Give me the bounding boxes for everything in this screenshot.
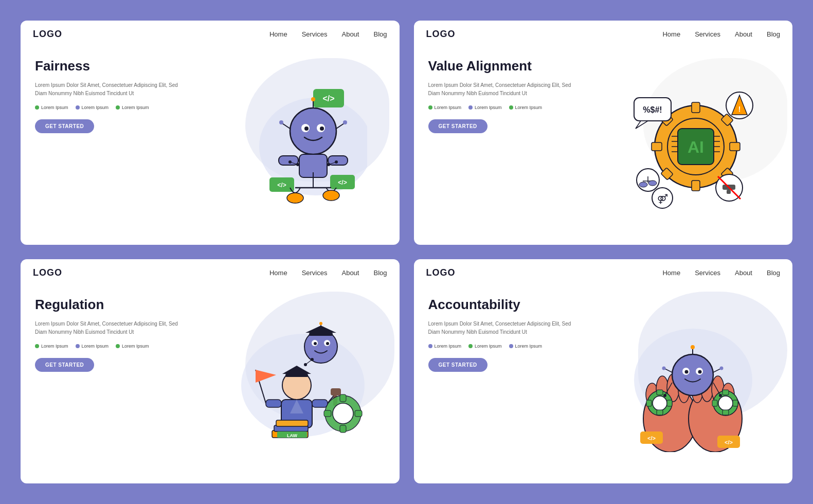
svg-marker-53 [636,121,648,129]
bullet-row-regulation: Lorem Ipsum Lorem Ipsum Lorem Ipsum [35,344,181,349]
card-accountability: LOGO Home Services About Blog Accountabi… [414,259,793,483]
svg-rect-136 [712,400,717,406]
svg-point-73 [326,342,329,345]
cta-regulation[interactable]: GET STARTED [35,358,94,372]
nav-links-fairness: Home Services About Blog [269,30,387,38]
card-value-alignment: LOGO Home Services About Blog Value Alig… [414,21,793,245]
card-desc-value: Lorem Ipsum Dolor Sit Amet, Consectetuer… [428,81,574,98]
nav-home-1[interactable]: Home [269,30,287,38]
logo-regulation: LOGO [33,267,62,278]
svg-point-141 [719,394,722,397]
svg-point-24 [323,190,339,201]
bullet-dot-v3 [509,105,513,110]
svg-rect-129 [657,410,663,415]
svg-rect-36 [730,142,740,151]
svg-rect-130 [646,400,652,406]
svg-rect-86 [312,400,328,407]
nav-home-3[interactable]: Home [269,269,287,277]
svg-rect-92 [276,420,308,426]
bullet-label-a3: Lorem Ipsum [515,344,543,349]
bullet-dot-r1 [35,344,39,348]
svg-point-61 [648,181,657,186]
card-title-regulation: Regulation [35,297,181,313]
bullet-1-fairness: Lorem Ipsum [35,105,68,110]
svg-text:%$#!: %$#! [643,105,662,114]
bullet-1-accountability: Lorem Ipsum [428,344,462,349]
bullet-dot-2 [76,105,80,110]
bullet-label-r2: Lorem Ipsum [82,344,109,349]
svg-rect-99 [324,410,331,417]
nav-blog-3[interactable]: Blog [373,269,387,277]
bullet-label-2: Lorem Ipsum [82,105,109,110]
svg-point-3 [290,108,336,154]
bullet-dot-v2 [468,105,473,110]
svg-rect-76 [309,333,333,336]
illustration-fairness: </> [191,48,399,245]
nav-about-3[interactable]: About [341,269,359,277]
card-regulation: LOGO Home Services About Blog Regulation… [21,259,400,483]
bullet-3-regulation: Lorem Ipsum [116,344,149,349]
svg-point-60 [639,182,647,187]
bullet-3-accountability: Lorem Ipsum [509,344,543,349]
bullet-label-a2: Lorem Ipsum [475,344,502,349]
nav-home-2[interactable]: Home [662,30,680,38]
cta-fairness[interactable]: GET STARTED [35,119,94,133]
card-desc-fairness: Lorem Ipsum Dolor Sit Amet, Consectetuer… [35,81,181,98]
bullet-label-a1: Lorem Ipsum [435,344,462,349]
card-body-value: Value Alignment Lorem Ipsum Dolor Sit Am… [414,48,793,245]
svg-rect-88 [331,388,341,395]
cta-accountability[interactable]: GET STARTED [428,358,487,372]
nav-about-1[interactable]: About [341,30,359,38]
svg-point-103 [311,358,314,361]
svg-text:</>: </> [338,179,347,186]
navbar-regulation: LOGO Home Services About Blog [21,259,400,286]
cta-value[interactable]: GET STARTED [428,119,487,133]
svg-rect-97 [340,394,346,402]
svg-rect-128 [657,390,663,395]
bullet-dot-a3 [509,344,513,348]
card-title-value: Value Alignment [428,58,574,74]
bullet-label-r3: Lorem Ipsum [122,344,149,349]
nav-services-4[interactable]: Services [695,269,720,277]
svg-rect-98 [340,425,346,433]
card-fairness: LOGO Home Services About Blog Fairness L… [21,21,400,245]
bullet-3-value: Lorem Ipsum [509,105,543,110]
card-body-regulation: Regulation Lorem Ipsum Dolor Sit Amet, C… [21,286,400,483]
navbar-accountability: LOGO Home Services About Blog [414,259,793,286]
illustration-regulation: LAW [191,286,399,483]
bullet-1-value: Lorem Ipsum [428,105,462,110]
nav-blog-2[interactable]: Blog [767,30,780,38]
svg-point-9 [311,97,315,101]
svg-rect-135 [722,410,729,415]
bullet-1-regulation: Lorem Ipsum [35,344,68,349]
bullet-label-r1: Lorem Ipsum [41,344,68,349]
svg-rect-100 [355,410,362,417]
regulation-svg: LAW [221,318,370,452]
card-text-accountability: Accountability Lorem Ipsum Dolor Sit Ame… [414,286,589,483]
nav-about-2[interactable]: About [735,30,752,38]
bullet-2-regulation: Lorem Ipsum [76,344,109,349]
bullet-label-v1: Lorem Ipsum [435,105,462,110]
nav-services-2[interactable]: Services [695,30,720,38]
nav-services-1[interactable]: Services [302,30,328,38]
nav-links-value: Home Services About Blog [662,30,780,38]
card-text-regulation: Regulation Lorem Ipsum Dolor Sit Amet, C… [21,286,195,483]
svg-text:AI: AI [688,138,704,156]
svg-text:</>: </> [322,94,334,103]
logo-value: LOGO [426,29,456,40]
nav-services-3[interactable]: Services [302,269,328,277]
svg-point-13 [343,120,347,124]
nav-blog-1[interactable]: Blog [373,30,387,38]
card-text-fairness: Fairness Lorem Ipsum Dolor Sit Amet, Con… [21,48,195,245]
svg-rect-66 [727,190,731,194]
nav-home-4[interactable]: Home [662,269,680,277]
svg-point-72 [314,342,317,345]
card-body-fairness: Fairness Lorem Ipsum Dolor Sit Amet, Con… [21,48,400,245]
nav-about-4[interactable]: About [735,269,752,277]
bullet-2-value: Lorem Ipsum [468,105,502,110]
svg-text:</>: </> [725,439,733,445]
robot-fairness-svg: </> [223,80,367,213]
svg-point-6 [304,127,309,131]
logo-accountability: LOGO [426,267,456,278]
nav-blog-4[interactable]: Blog [767,269,780,277]
